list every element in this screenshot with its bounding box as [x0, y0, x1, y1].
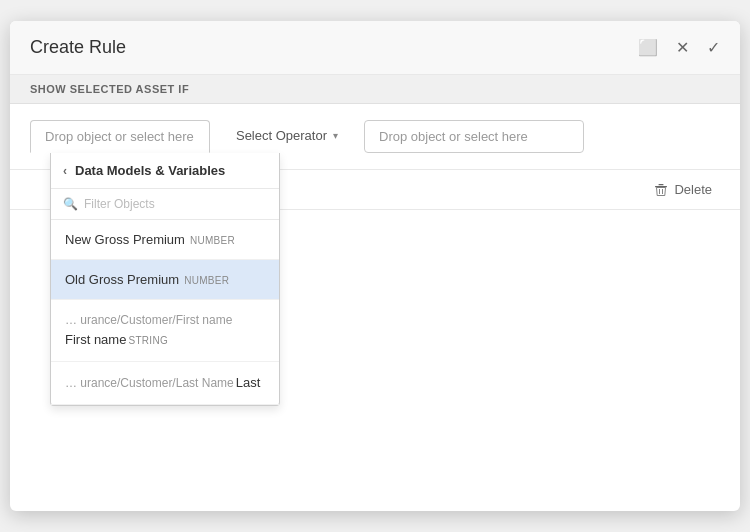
search-icon: 🔍 — [63, 197, 78, 211]
list-item[interactable]: Old Gross Premium NUMBER — [51, 260, 279, 300]
item-type: NUMBER — [184, 275, 229, 286]
item-content: … urance/Customer/Last NameLast — [65, 374, 260, 392]
header-icons: ⬜ ✕ ✓ — [638, 38, 720, 57]
item-name: Last — [236, 374, 261, 392]
back-chevron-icon[interactable]: ‹ — [63, 164, 67, 178]
trash-icon — [654, 183, 668, 197]
item-content: … urance/Customer/First nameFirst name S… — [65, 312, 265, 349]
operator-chevron-icon: ▾ — [333, 130, 338, 141]
item-type: NUMBER — [190, 235, 235, 246]
dropdown-header: ‹ Data Models & Variables — [51, 153, 279, 189]
filter-input[interactable] — [84, 197, 267, 211]
frame-icon[interactable]: ⬜ — [638, 38, 658, 57]
svg-rect-1 — [659, 184, 664, 185]
close-icon[interactable]: ✕ — [676, 38, 689, 57]
left-drop-field[interactable]: Drop object or select here — [30, 120, 210, 153]
filter-row: 🔍 — [51, 189, 279, 220]
list-item[interactable]: … urance/Customer/Last NameLast — [51, 362, 279, 405]
delete-button[interactable]: Delete — [646, 178, 720, 201]
dialog-title: Create Rule — [30, 37, 126, 58]
rule-row: Drop object or select here ‹ Data Models… — [10, 104, 740, 170]
list-item[interactable]: … urance/Customer/First nameFirst name S… — [51, 300, 279, 362]
dialog-body: SHOW SELECTED ASSET IF Drop object or se… — [10, 75, 740, 210]
dropdown-header-label: Data Models & Variables — [75, 163, 225, 178]
confirm-icon[interactable]: ✓ — [707, 38, 720, 57]
item-name: New Gross Premium — [65, 232, 185, 247]
operator-select[interactable]: Select Operator ▾ — [222, 120, 352, 151]
item-path: … urance/Customer/First name — [65, 312, 232, 329]
item-name: Old Gross Premium — [65, 272, 179, 287]
item-path: … urance/Customer/Last Name — [65, 375, 234, 392]
item-type: STRING — [128, 334, 168, 348]
operator-label: Select Operator — [236, 128, 327, 143]
list-item[interactable]: New Gross Premium NUMBER — [51, 220, 279, 260]
dropdown-panel: ‹ Data Models & Variables 🔍 New Gross Pr… — [50, 153, 280, 406]
item-name: First name — [65, 331, 126, 349]
dialog-header: Create Rule ⬜ ✕ ✓ — [10, 21, 740, 75]
svg-rect-0 — [655, 186, 667, 187]
delete-label: Delete — [674, 182, 712, 197]
section-label: SHOW SELECTED ASSET IF — [10, 75, 740, 104]
right-drop-field[interactable]: Drop object or select here — [364, 120, 584, 153]
create-rule-dialog: Create Rule ⬜ ✕ ✓ SHOW SELECTED ASSET IF… — [10, 21, 740, 511]
